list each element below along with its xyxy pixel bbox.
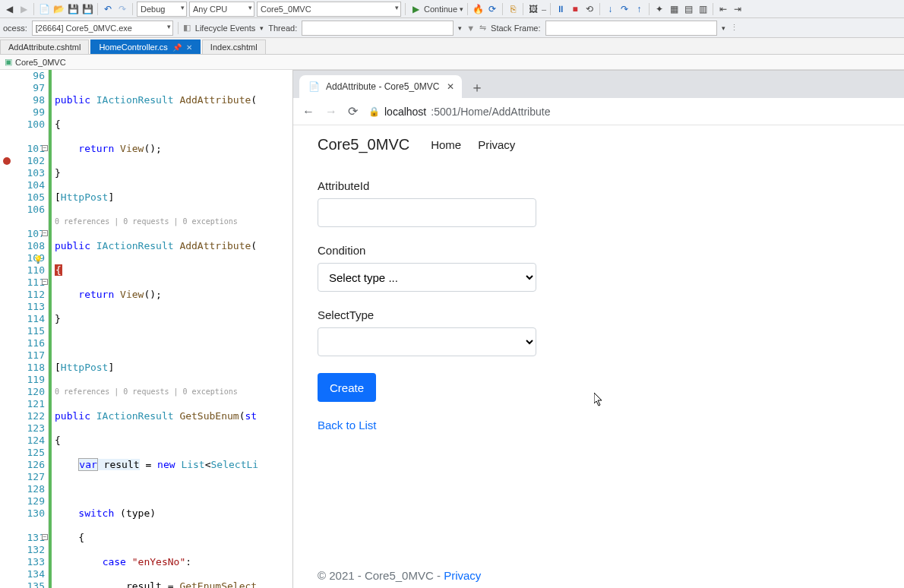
ext1-icon[interactable]: ✦ xyxy=(653,3,665,15)
selecttype-select[interactable] xyxy=(318,327,536,356)
chrome-addressbar: ← → ⟳ 🔒 localhost:5001/Home/AddAttribute xyxy=(293,98,904,125)
img-icon[interactable]: 🖼 xyxy=(527,3,539,15)
field-condition: Condition Select type ... xyxy=(318,244,880,292)
platform-dropdown[interactable]: Any CPU xyxy=(189,2,254,17)
url-field[interactable]: 🔒 localhost:5001/Home/AddAttribute xyxy=(368,106,550,118)
new-tab-button[interactable]: ＋ xyxy=(466,77,488,98)
code-editor[interactable]: 9697989910010110210310410510610710810911… xyxy=(0,70,293,588)
project-dropdown[interactable]: Core5_0MVC xyxy=(257,2,401,17)
step-over-icon[interactable]: ↷ xyxy=(618,3,631,15)
process-label: ocess: xyxy=(3,24,27,33)
back-to-list-link[interactable]: Back to List xyxy=(318,419,377,432)
new-icon[interactable]: 📄 xyxy=(38,3,50,15)
saveall-icon[interactable]: 💾 xyxy=(81,3,93,15)
pause-icon[interactable]: ⏸ xyxy=(555,3,567,15)
gutter: 9697989910010110210310410510610710810911… xyxy=(0,70,49,588)
refresh-icon[interactable]: ⟳ xyxy=(486,3,498,15)
project-icon: ▣ xyxy=(5,57,12,67)
breadcrumb[interactable]: ▣ Core5_0MVC xyxy=(0,55,904,70)
chrome-tab[interactable]: 📄 AddAttribute - Core5_0MVC ✕ xyxy=(299,75,462,98)
condition-label: Condition xyxy=(318,244,880,257)
pin-icon[interactable]: 📌 xyxy=(172,43,182,52)
nav-home[interactable]: Home xyxy=(431,138,461,151)
attributeid-input[interactable] xyxy=(318,198,536,227)
lock-icon: 🔒 xyxy=(368,106,380,117)
indent-right-icon[interactable]: ⇥ xyxy=(732,3,744,15)
doc-tabstrip: AddAttribute.cshtml HomeController.cs 📌 … xyxy=(0,38,904,55)
indent-left-icon[interactable]: ⇤ xyxy=(717,3,729,15)
restart-icon[interactable]: ⟲ xyxy=(583,3,596,15)
nav-fwd-icon: ▶ xyxy=(17,3,30,15)
overflow-icon[interactable]: ⋮ xyxy=(730,23,738,33)
browser-panel: 📄 AddAttribute - Core5_0MVC ✕ ＋ ← → ⟳ 🔒 … xyxy=(293,70,904,588)
attributeid-label: AttributeId xyxy=(318,179,880,192)
ext2-icon[interactable]: ▦ xyxy=(668,3,680,15)
continue-icon[interactable]: ▶ xyxy=(409,3,422,15)
page-body: Core5_0MVC Home Privacy AttributeId Cond… xyxy=(293,125,904,588)
open-icon[interactable]: 📂 xyxy=(52,3,65,15)
stackframe-field[interactable] xyxy=(545,21,717,36)
threads-icon[interactable]: ⇋ xyxy=(479,23,486,33)
close-icon[interactable]: ✕ xyxy=(186,43,192,52)
browserlink-icon[interactable]: ⎘ xyxy=(507,3,519,15)
lifecycle-icon[interactable]: ◧ xyxy=(183,23,191,33)
stackframe-label: Stack Frame: xyxy=(491,24,540,33)
step-into-icon[interactable]: ↓ xyxy=(604,3,616,15)
selecttype-label: SelectType xyxy=(318,308,880,321)
hot-reload-icon[interactable]: 🔥 xyxy=(472,3,484,15)
footer-privacy-link[interactable]: Privacy xyxy=(444,569,481,582)
tab-homecontroller[interactable]: HomeController.cs 📌 ✕ xyxy=(90,40,200,54)
process-dropdown[interactable]: [26664] Core5_0MVC.exe xyxy=(32,21,173,36)
save-icon[interactable]: 💾 xyxy=(67,3,79,15)
tab-addattribute[interactable]: AddAttribute.cshtml xyxy=(0,40,89,54)
thread-field[interactable] xyxy=(302,21,454,36)
tab-index[interactable]: Index.cshtml xyxy=(202,40,266,54)
reload-icon[interactable]: ⟳ xyxy=(348,104,358,119)
filter-icon[interactable]: ▼ xyxy=(466,24,475,33)
thread-label: Thread: xyxy=(268,24,297,33)
code-body[interactable]: public IActionResult AddAttribute( { ret… xyxy=(49,70,292,588)
lifecycle-label[interactable]: Lifecycle Events xyxy=(195,24,255,33)
page-icon: 📄 xyxy=(308,81,320,92)
continue-label[interactable]: Continue xyxy=(424,5,457,14)
back-icon[interactable]: ← xyxy=(302,105,315,119)
toolbar-main: ◀ ▶ 📄 📂 💾 💾 ↶ ↷ Debug Any CPU Core5_0MVC… xyxy=(0,0,904,18)
nav-privacy[interactable]: Privacy xyxy=(478,138,515,151)
brand[interactable]: Core5_0MVC xyxy=(318,136,409,153)
undo-icon[interactable]: ↶ xyxy=(102,3,114,15)
close-icon[interactable]: ✕ xyxy=(447,81,454,92)
chrome-tabstrip: 📄 AddAttribute - Core5_0MVC ✕ ＋ xyxy=(293,71,904,98)
nav-back-icon[interactable]: ◀ xyxy=(3,3,15,15)
ext3-icon[interactable]: ▤ xyxy=(682,3,694,15)
field-selecttype: SelectType xyxy=(318,308,880,356)
step-out-icon[interactable]: ↑ xyxy=(633,3,645,15)
toolbar-debug: ocess: [26664] Core5_0MVC.exe ◧ Lifecycl… xyxy=(0,18,904,38)
config-dropdown[interactable]: Debug xyxy=(137,2,187,17)
site-navbar: Core5_0MVC Home Privacy xyxy=(293,125,904,161)
create-button[interactable]: Create xyxy=(318,373,376,402)
redo-icon: ↷ xyxy=(116,3,128,15)
ext4-icon[interactable]: ▥ xyxy=(697,3,709,15)
stop-icon[interactable]: ■ xyxy=(569,3,581,15)
condition-select[interactable]: Select type ... xyxy=(318,263,536,292)
forward-icon: → xyxy=(325,105,337,119)
field-attributeid: AttributeId xyxy=(318,179,880,227)
page-footer: © 2021 - Core5_0MVC - Privacy xyxy=(318,569,481,582)
